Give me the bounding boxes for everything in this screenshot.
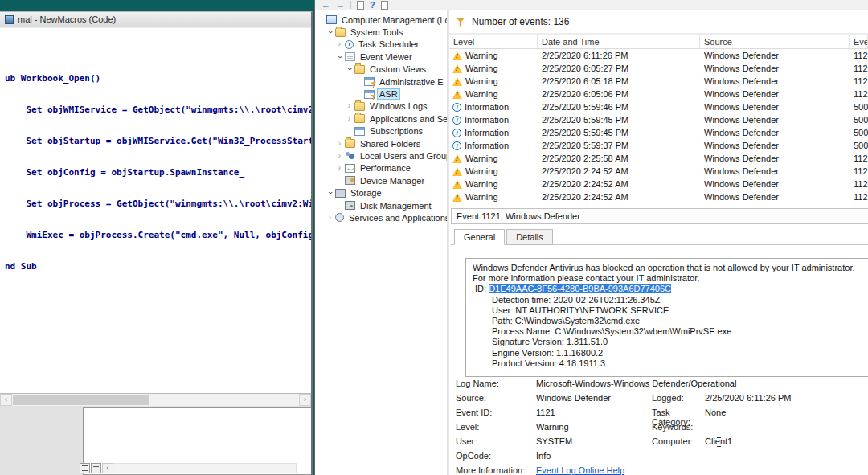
chevron-right-icon[interactable]	[335, 152, 344, 160]
procedure-view-button[interactable]	[80, 463, 90, 473]
chevron-right-icon[interactable]	[345, 115, 354, 123]
scroll-left-icon[interactable]	[0, 394, 12, 406]
event-id: 112	[850, 89, 868, 99]
event-row[interactable]: Warning 2/25/2020 6:11:26 PM Windows Def…	[449, 49, 868, 62]
code-line: Set objStartup = objWMIService.Get("Win3…	[5, 136, 311, 146]
event-datetime: 2/25/2020 6:05:27 PM	[538, 63, 700, 73]
event-list: Warning 2/25/2020 6:11:26 PM Windows Def…	[449, 49, 868, 203]
event-row[interactable]: Warning 2/25/2020 2:25:58 AM Windows Def…	[449, 152, 868, 165]
tree-item-label: Custom Views	[368, 64, 428, 74]
chevron-down-icon[interactable]	[335, 53, 344, 61]
chevron-down-icon[interactable]	[326, 189, 334, 197]
chevron-down-icon[interactable]	[345, 65, 354, 73]
event-detail-pane: Event 1121, Windows Defender General Det…	[449, 207, 868, 475]
tab-general[interactable]: General	[454, 229, 505, 245]
tree-item-local-users-and-groups[interactable]: Local Users and Groups	[315, 149, 447, 162]
chevron-down-icon[interactable]	[326, 28, 334, 36]
warning-icon	[452, 154, 462, 163]
scroll-left-icon[interactable]	[102, 463, 113, 473]
tree-item-label: Device Manager	[358, 176, 426, 186]
column-header-source[interactable]: Source	[700, 35, 850, 48]
event-row[interactable]: Information 2/25/2020 5:59:45 PM Windows…	[449, 126, 868, 139]
tree-item-performance[interactable]: Performance	[315, 162, 447, 174]
console-tree-pane: Computer Management (Local System Tools …	[315, 10, 448, 475]
description-line: Windows Defender Antivirus has blocked a…	[473, 263, 862, 273]
field-row-log-name: Log Name: Microsoft-Windows-Windows Defe…	[456, 377, 868, 391]
event-row[interactable]: Information 2/25/2020 5:59:46 PM Windows…	[449, 100, 868, 113]
tree-item-windows-logs[interactable]: Windows Logs	[315, 100, 447, 113]
event-description-box[interactable]: Windows Defender Antivirus has blocked a…	[465, 258, 868, 377]
event-datetime: 2/25/2020 2:25:58 AM	[538, 154, 700, 163]
tree-item-storage[interactable]: Storage	[315, 186, 447, 199]
tree-item-system-tools[interactable]: System Tools	[315, 26, 447, 38]
event-source: Windows Defender	[700, 51, 850, 60]
vba-code-editor[interactable]: ub Workbook_Open() Set objWMIService = G…	[0, 28, 311, 394]
event-source: Windows Defender	[700, 166, 850, 176]
chevron-right-icon[interactable]	[326, 214, 334, 222]
event-row[interactable]: Information 2/25/2020 5:59:45 PM Windows…	[449, 113, 868, 126]
event-row[interactable]: Warning 2/25/2020 2:24:52 AM Windows Def…	[449, 165, 868, 178]
event-row[interactable]: Warning 2/25/2020 6:05:06 PM Windows Def…	[449, 88, 868, 100]
chevron-right-icon[interactable]	[345, 102, 354, 110]
field-row-level: Level: Warning Keywords:	[456, 420, 868, 435]
chevron-right-icon[interactable]	[335, 164, 344, 172]
event-row[interactable]: Warning 2/25/2020 2:24:52 AM Windows Def…	[449, 178, 868, 190]
event-row[interactable]: Warning 2/25/2020 2:24:52 AM Windows Def…	[449, 190, 868, 203]
column-header-level[interactable]: Level	[449, 35, 538, 48]
field-row-opcode: OpCode: Info	[456, 449, 868, 464]
event-row[interactable]: Information 2/25/2020 5:59:37 PM Windows…	[449, 139, 868, 152]
event-source: Windows Defender	[700, 154, 850, 163]
tree-item-disk-management[interactable]: Disk Management	[315, 199, 447, 211]
event-row[interactable]: Warning 2/25/2020 6:05:18 PM Windows Def…	[449, 75, 868, 88]
column-header-event-id[interactable]: Event I	[850, 35, 868, 48]
tree-item-label: Storage	[349, 188, 383, 198]
filter-icon	[456, 18, 465, 27]
tree-item-subscriptions[interactable]: Subscriptions	[315, 125, 447, 137]
warning-icon	[452, 90, 462, 99]
scrollbar-track[interactable]	[113, 463, 297, 473]
tree-item-computer-management[interactable]: Computer Management (Local	[315, 14, 447, 26]
scroll-right-icon[interactable]	[299, 394, 311, 406]
tree-item-applications-and-services[interactable]: Applications and Se	[315, 113, 447, 125]
tree-item-custom-views[interactable]: Custom Views	[315, 63, 447, 76]
description-line: Process Name: C:\Windows\System32\wbem\W…	[473, 326, 862, 337]
export-list-icon[interactable]	[381, 1, 388, 10]
event-level: Information	[465, 128, 509, 137]
tree-item-event-viewer[interactable]: Event Viewer	[315, 51, 447, 63]
vba-window-title: mal - NewMacros (Code)	[18, 14, 116, 24]
event-row[interactable]: Warning 2/25/2020 6:05:27 PM Windows Def…	[449, 62, 868, 75]
event-datetime: 2/25/2020 5:59:45 PM	[538, 128, 700, 137]
vba-title-bar[interactable]: mal - NewMacros (Code)	[0, 12, 311, 27]
tree-item-services-and-applications[interactable]: Services and Applications	[315, 211, 447, 223]
scrollbar-thumb[interactable]	[13, 395, 149, 405]
help-icon[interactable]	[370, 1, 375, 10]
vba-horizontal-scrollbar[interactable]	[0, 394, 311, 406]
tree-item-administrative-events[interactable]: Administrative E	[315, 76, 447, 88]
event-id: 500	[850, 141, 868, 150]
selected-guid-text[interactable]: D1E49AAC-8F56-4280-B9BA-993A6D77406C	[489, 284, 671, 293]
back-icon[interactable]	[321, 1, 330, 10]
tree-item-device-manager[interactable]: Device Manager	[315, 174, 447, 186]
forward-icon[interactable]	[336, 1, 345, 10]
shared-folder-icon	[345, 139, 355, 148]
event-log-online-help-link[interactable]: Event Log Online Help	[536, 465, 624, 475]
event-list-pane: Number of events: 136 Level Date and Tim…	[449, 10, 868, 475]
event-source: Windows Defender	[700, 89, 850, 99]
subscriptions-icon	[354, 127, 365, 136]
full-module-view-button[interactable]	[91, 463, 101, 473]
tree-item-task-scheduler[interactable]: Task Scheduler	[315, 39, 447, 51]
chevron-right-icon[interactable]	[335, 140, 344, 148]
tree-item-asr[interactable]: ASR	[315, 88, 447, 100]
column-header-date[interactable]: Date and Time	[538, 35, 700, 48]
information-icon	[452, 116, 461, 125]
chevron-right-icon[interactable]	[335, 40, 344, 48]
tree-item-shared-folders[interactable]: Shared Folders	[315, 137, 447, 149]
event-level: Warning	[465, 63, 498, 73]
description-line: Product Version: 4.18.1911.3	[473, 358, 862, 369]
event-id: 500	[850, 128, 868, 137]
information-icon	[452, 141, 461, 150]
show-console-tree-icon[interactable]	[357, 1, 364, 10]
warning-icon	[452, 77, 462, 86]
event-detail-header[interactable]: Event 1121, Windows Defender	[451, 208, 868, 224]
tab-details[interactable]: Details	[506, 229, 553, 245]
